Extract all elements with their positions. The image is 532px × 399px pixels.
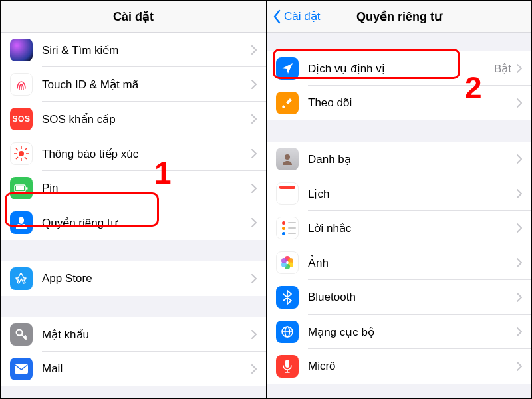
- sos-text: SOS: [13, 114, 31, 124]
- chevron-right-icon: [517, 154, 522, 164]
- settings-screen: Cài đặt Siri & Tìm kiếm Touch ID & Mật m…: [1, 1, 266, 398]
- chevron-right-icon: [517, 362, 522, 371]
- row-label: Ảnh: [308, 256, 517, 270]
- chevron-right-icon: [251, 149, 257, 158]
- header-title: Cài đặt: [113, 9, 154, 24]
- row-label: Mật khẩu: [42, 328, 251, 342]
- row-label: Theo dõi: [308, 96, 517, 110]
- row-tracking[interactable]: Theo dõi: [267, 86, 531, 120]
- row-label: Lịch: [308, 187, 517, 201]
- bluetooth-icon: [276, 286, 299, 309]
- row-passwords[interactable]: Mật khẩu: [1, 317, 266, 352]
- row-contacts[interactable]: Danh bạ: [267, 142, 531, 176]
- svg-point-0: [19, 151, 24, 156]
- chevron-right-icon: [517, 293, 522, 302]
- chevron-right-icon: [251, 45, 257, 55]
- svg-line-7: [16, 157, 18, 159]
- row-privacy[interactable]: Quyền riêng tư: [1, 205, 266, 240]
- header: Cài đặt: [1, 1, 266, 33]
- chevron-right-icon: [251, 80, 257, 89]
- row-label: App Store: [42, 272, 251, 285]
- row-label: Siri & Tìm kiếm: [42, 43, 251, 57]
- photos-icon: [276, 251, 299, 274]
- back-label: Cài đặt: [284, 9, 320, 23]
- svg-point-15: [285, 154, 290, 160]
- microphone-icon: [276, 355, 299, 378]
- row-label: Thông báo tiếp xúc: [42, 147, 251, 161]
- contacts-icon: [276, 148, 299, 170]
- row-battery[interactable]: Pin: [1, 171, 266, 205]
- localnetwork-icon: [276, 321, 299, 343]
- row-reminders[interactable]: Lời nhắc: [267, 211, 531, 245]
- calendar-icon: [276, 182, 299, 205]
- chevron-right-icon: [251, 218, 257, 227]
- chevron-right-icon: [251, 184, 257, 193]
- svg-rect-11: [26, 187, 28, 190]
- back-button[interactable]: Cài đặt: [272, 9, 320, 24]
- chevron-right-icon: [251, 114, 257, 124]
- row-sos[interactable]: SOS SOS khẩn cấp: [1, 102, 266, 136]
- row-location[interactable]: Dịch vụ định vị Bật: [267, 51, 531, 86]
- row-label: Mạng cục bộ: [308, 325, 517, 339]
- svg-line-6: [25, 157, 27, 159]
- battery-icon: [10, 177, 33, 200]
- privacy-list: Dịch vụ định vị Bật Theo dõi Danh bạ: [267, 33, 531, 398]
- row-appstore[interactable]: App Store: [1, 261, 266, 296]
- appstore-icon: [10, 267, 33, 290]
- chevron-right-icon: [251, 274, 257, 283]
- chevron-right-icon: [517, 98, 522, 108]
- header-title: Quyền riêng tư: [356, 9, 442, 24]
- row-label: SOS khẩn cấp: [42, 112, 251, 126]
- row-label: Lời nhắc: [308, 221, 517, 235]
- svg-rect-25: [285, 360, 289, 368]
- row-label: Touch ID & Mật mã: [42, 78, 251, 92]
- row-mail[interactable]: Mail: [1, 352, 266, 386]
- row-label: Bluetooth: [308, 291, 517, 304]
- row-localnetwork[interactable]: Mạng cục bộ: [267, 315, 531, 349]
- chevron-right-icon: [251, 364, 257, 374]
- tracking-icon: [276, 92, 299, 114]
- row-value: Bật: [494, 62, 511, 76]
- row-siri[interactable]: Siri & Tìm kiếm: [1, 33, 266, 67]
- privacy-icon: [10, 211, 33, 234]
- svg-rect-10: [16, 186, 24, 190]
- svg-point-21: [281, 258, 287, 263]
- reminders-icon: [276, 217, 299, 239]
- chevron-right-icon: [517, 64, 522, 73]
- siri-icon: [10, 39, 33, 61]
- chevron-right-icon: [517, 327, 522, 336]
- chevron-right-icon: [517, 189, 522, 198]
- settings-list: Siri & Tìm kiếm Touch ID & Mật mã SOS SO…: [1, 33, 266, 398]
- sos-icon: SOS: [10, 108, 33, 130]
- row-exposure[interactable]: Thông báo tiếp xúc: [1, 136, 266, 171]
- exposure-icon: [10, 142, 33, 165]
- row-label: Quyền riêng tư: [42, 216, 251, 230]
- row-label: Micrô: [308, 360, 517, 373]
- row-label: Dịch vụ định vị: [308, 62, 494, 76]
- row-label: Mail: [42, 362, 251, 376]
- svg-line-5: [16, 148, 18, 150]
- location-icon: [276, 57, 299, 80]
- row-photos[interactable]: Ảnh: [267, 245, 531, 280]
- row-bluetooth[interactable]: Bluetooth: [267, 280, 531, 315]
- touchid-icon: [10, 73, 33, 96]
- row-label: Pin: [42, 182, 251, 195]
- row-touchid[interactable]: Touch ID & Mật mã: [1, 67, 266, 102]
- header: Cài đặt Quyền riêng tư: [267, 1, 531, 33]
- chevron-right-icon: [517, 258, 522, 267]
- chevron-right-icon: [517, 223, 522, 233]
- mail-icon: [10, 358, 33, 380]
- chevron-right-icon: [251, 330, 257, 339]
- row-label: Danh bạ: [308, 152, 517, 166]
- key-icon: [10, 323, 33, 346]
- privacy-screen: Cài đặt Quyền riêng tư Dịch vụ định vị B…: [266, 1, 531, 398]
- row-microphone[interactable]: Micrô: [267, 349, 531, 384]
- row-calendar[interactable]: Lịch: [267, 176, 531, 211]
- svg-line-8: [25, 148, 27, 150]
